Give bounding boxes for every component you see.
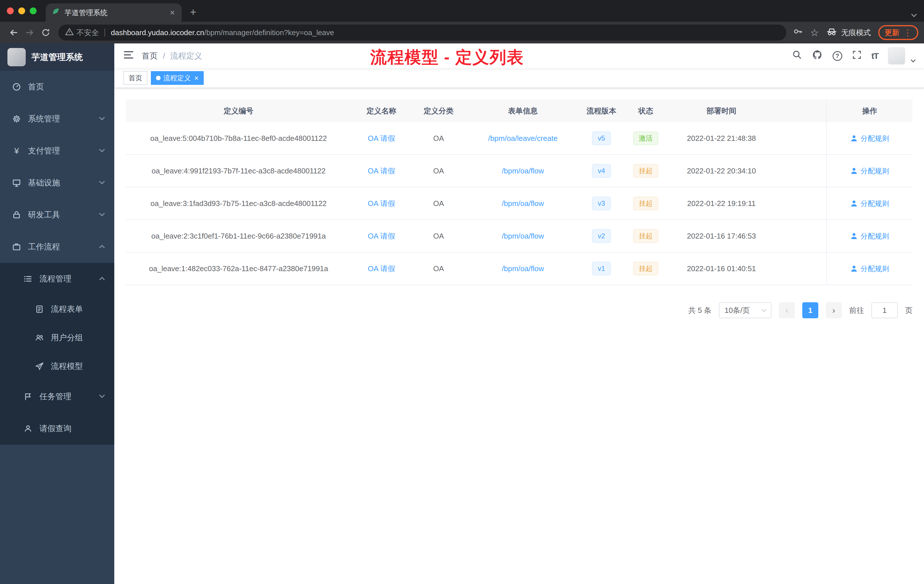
- chevron-down-icon: [99, 147, 105, 152]
- table-row: oa_leave:2:3c1f0ef1-76b1-11ec-9c66-a2380…: [126, 220, 912, 252]
- close-window-button[interactable]: [7, 7, 14, 14]
- zoom-window-button[interactable]: [30, 7, 36, 14]
- tag-label: 流程定义: [163, 73, 191, 82]
- reload-button[interactable]: [38, 25, 54, 41]
- sidebar-logo[interactable]: 芋道管理系统: [0, 43, 114, 71]
- sidebar-item-dev-tools[interactable]: 研发工具: [0, 199, 114, 231]
- status-badge: 挂起: [633, 164, 658, 178]
- goto-page-input[interactable]: [871, 302, 898, 318]
- security-warning-icon[interactable]: [65, 27, 74, 38]
- tag-close-icon[interactable]: ×: [194, 74, 198, 82]
- breadcrumb-separator: /: [163, 51, 165, 61]
- address-bar[interactable]: 不安全 dashboard.yudao.iocoder.cn/bpm/manag…: [58, 25, 786, 41]
- sidebar-item-workflow[interactable]: 工作流程: [0, 231, 114, 263]
- tab-favicon-icon: [51, 7, 60, 18]
- bookmark-star-icon[interactable]: ☆: [810, 28, 819, 38]
- person-icon: [850, 167, 858, 175]
- url-text: dashboard.yudao.iocoder.cn/bpm/manager/d…: [111, 28, 334, 37]
- assign-rule-link[interactable]: 分配规则: [850, 199, 889, 208]
- page-size-select[interactable]: 10条/页: [719, 302, 771, 318]
- column-header: 流程版本: [580, 99, 623, 122]
- sidebar-item-process-management[interactable]: 流程管理: [0, 263, 114, 295]
- github-icon[interactable]: [812, 49, 823, 63]
- browser-toolbar: 不安全 dashboard.yudao.iocoder.cn/bpm/manag…: [0, 22, 924, 43]
- tab-strip: 芋道管理系统 × +: [0, 0, 924, 22]
- definition-id: oa_leave:2:3c1f0ef1-76b1-11ec-9c66-a2380…: [126, 220, 351, 252]
- sidebar-item-infrastructure[interactable]: 基础设施: [0, 167, 114, 199]
- font-size-icon[interactable]: tT: [871, 51, 878, 61]
- forward-button[interactable]: [22, 25, 38, 41]
- definition-name-link[interactable]: OA 请假: [368, 231, 395, 241]
- sidebar-item-task-management[interactable]: 任务管理: [0, 381, 114, 412]
- total-count: 共 5 条: [688, 305, 711, 315]
- avatar-caret-icon[interactable]: [911, 58, 916, 63]
- chrome-update-button[interactable]: 更新 ⋮: [878, 25, 918, 40]
- definition-id: oa_leave:1:482ec033-762a-11ec-8477-a2380…: [126, 252, 351, 285]
- person-icon: [850, 200, 858, 207]
- sidebar-item-system[interactable]: 系统管理: [0, 103, 114, 135]
- sidebar-item-label: 首页: [28, 81, 44, 92]
- tag-home[interactable]: 首页: [124, 71, 147, 85]
- person-icon: [850, 265, 858, 272]
- assign-rule-link[interactable]: 分配规则: [850, 134, 889, 143]
- sidebar-item-process-model[interactable]: 流程模型: [0, 352, 114, 381]
- page-title-annotation: 流程模型 - 定义列表: [370, 46, 524, 69]
- incognito-label: 无痕模式: [841, 28, 871, 38]
- page-number-button[interactable]: 1: [802, 302, 818, 318]
- sidebar-item-home[interactable]: 首页: [0, 71, 114, 103]
- browser-tab[interactable]: 芋道管理系统 ×: [46, 3, 182, 22]
- pagination: 共 5 条 10条/页 ‹ 1 › 前往 页: [126, 302, 912, 318]
- logo-title: 芋道管理系统: [31, 51, 83, 63]
- password-key-icon[interactable]: [793, 26, 803, 39]
- back-button[interactable]: [6, 25, 22, 41]
- table-row: oa_leave:4:991f2193-7b7f-11ec-a3c8-acde4…: [126, 155, 912, 187]
- tag-process-definition[interactable]: 流程定义 ×: [151, 71, 204, 85]
- sidebar-item-user-group[interactable]: 用户分组: [0, 323, 114, 352]
- security-label: 不安全: [77, 28, 99, 38]
- assign-rule-link[interactable]: 分配规则: [850, 166, 889, 176]
- sidebar-item-leave-query[interactable]: 请假查询: [0, 412, 114, 445]
- assign-rule-link[interactable]: 分配规则: [850, 264, 889, 274]
- definition-category: OA: [411, 122, 466, 154]
- minimize-window-button[interactable]: [18, 7, 25, 14]
- form-info-link[interactable]: /bpm/oa/leave/create: [488, 134, 558, 143]
- definition-name-link[interactable]: OA 请假: [368, 166, 395, 176]
- url-path: /bpm/manager/definition?key=oa_leave: [204, 28, 334, 37]
- definition-name-link[interactable]: OA 请假: [368, 134, 395, 144]
- form-info-link[interactable]: /bpm/oa/flow: [502, 167, 544, 175]
- form-info-link[interactable]: /bpm/oa/flow: [502, 264, 544, 273]
- search-icon[interactable]: [792, 50, 802, 62]
- breadcrumb-current: 流程定义: [170, 51, 202, 61]
- tab-close-icon[interactable]: ×: [168, 8, 176, 17]
- deploy-time: 2022-01-22 20:34:10: [668, 155, 774, 187]
- prev-page-button[interactable]: ‹: [779, 302, 795, 318]
- monitor-icon: [12, 178, 22, 187]
- chevron-up-icon: [99, 277, 105, 282]
- form-info-link[interactable]: /bpm/oa/flow: [502, 199, 544, 208]
- sidebar-item-payment[interactable]: ¥ 支付管理: [0, 135, 114, 167]
- definition-id: oa_leave:5:004b710b-7b8a-11ec-8ef0-acde4…: [126, 122, 351, 154]
- definition-name-link[interactable]: OA 请假: [368, 264, 395, 274]
- definition-name-link[interactable]: OA 请假: [368, 199, 395, 209]
- incognito-badge: 无痕模式: [826, 27, 871, 38]
- page-unit-label: 页: [905, 305, 912, 315]
- help-icon[interactable]: ?: [833, 51, 842, 61]
- assign-rule-link[interactable]: 分配规则: [850, 231, 889, 241]
- definition-id: oa_leave:4:991f2193-7b7f-11ec-a3c8-acde4…: [126, 155, 351, 187]
- deploy-time: 2022-01-22 21:48:38: [668, 122, 774, 154]
- fullscreen-icon[interactable]: [852, 50, 862, 62]
- hamburger-icon[interactable]: [124, 50, 134, 62]
- list-icon: [23, 274, 33, 284]
- table-row: oa_leave:5:004b710b-7b8a-11ec-8ef0-acde4…: [126, 122, 912, 155]
- chevron-down-icon: [99, 392, 105, 398]
- next-page-button[interactable]: ›: [826, 302, 842, 318]
- avatar[interactable]: [888, 48, 905, 64]
- document-icon: [34, 305, 45, 313]
- new-tab-button[interactable]: +: [185, 4, 201, 20]
- tab-search-chevron-icon[interactable]: [912, 8, 916, 18]
- sidebar-item-label: 流程表单: [51, 304, 83, 315]
- breadcrumb-home-link[interactable]: 首页: [142, 51, 158, 61]
- sidebar-item-process-form[interactable]: 流程表单: [0, 295, 114, 323]
- form-info-link[interactable]: /bpm/oa/flow: [502, 232, 544, 241]
- browser-menu-kebab-icon[interactable]: ⋮: [903, 28, 912, 38]
